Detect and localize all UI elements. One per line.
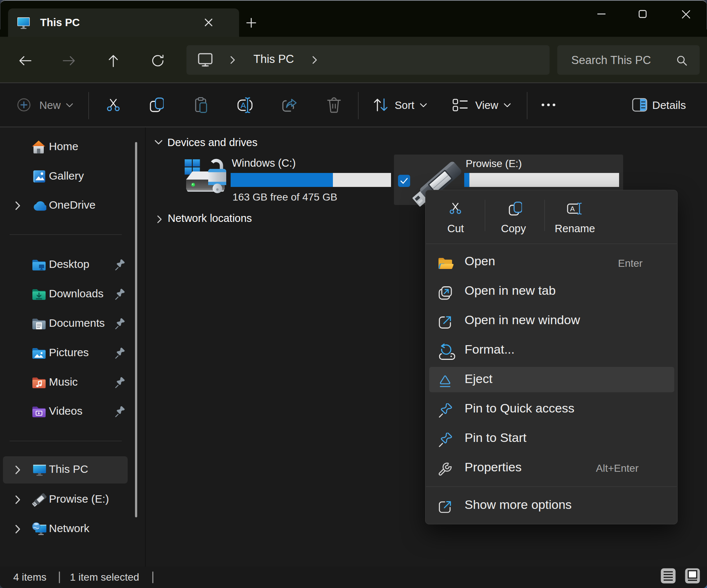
svg-text:A: A <box>241 101 246 110</box>
svg-text:A: A <box>570 205 575 213</box>
